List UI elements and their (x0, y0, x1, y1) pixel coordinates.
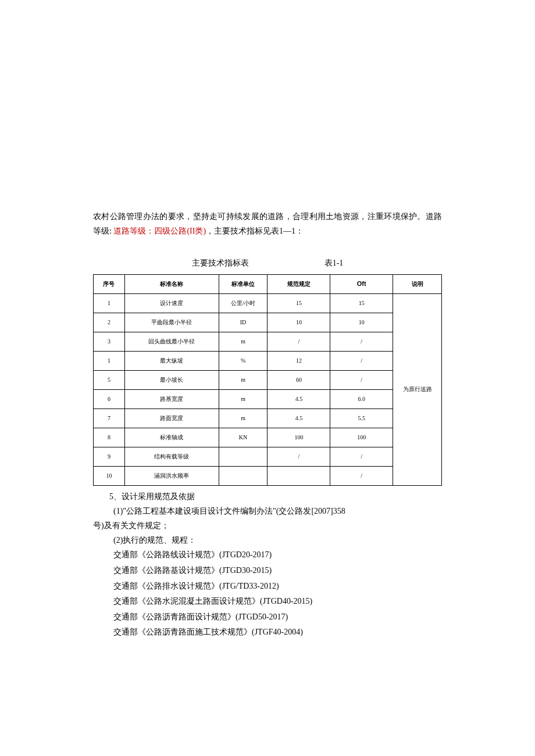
cell-oft: 15 (330, 293, 393, 313)
spec-item: 交通部《公路路线设计规范》(JTGD20-2017) (113, 547, 442, 563)
cell-seq: 1 (94, 351, 125, 370)
table-number: 表1-1 (324, 256, 344, 270)
cell-unit: KN (219, 428, 268, 447)
table-row: 7 路面宽度 m 4.5 5.5 (94, 409, 442, 428)
cell-unit (219, 447, 268, 466)
spec-table: 序号 标准名称 标准单位 规范规定 Oft 说明 1 设计速度 公里/小时 15… (93, 274, 442, 486)
cell-unit: % (219, 351, 268, 370)
cell-note-merged: 为原行送路 (393, 293, 442, 485)
cell-spec: 15 (268, 293, 330, 313)
cell-seq: 6 (94, 389, 125, 409)
cell-seq: 3 (94, 332, 125, 351)
cell-name: 最小坡长 (124, 370, 219, 389)
cell-unit: m (219, 332, 268, 351)
cell-oft: 10 (330, 313, 393, 332)
cell-seq: 5 (94, 370, 125, 389)
section-5-item1-line1: (1)"公路工程基本建设项目设计文件编制办法"(交公路发[2007]358 (93, 504, 442, 518)
cell-oft: / (330, 370, 393, 389)
cell-unit: ID (219, 313, 268, 332)
section-5-item2: (2)执行的规范、规程： (93, 533, 442, 547)
th-unit: 标准单位 (219, 274, 268, 293)
cell-spec: 12 (268, 351, 330, 370)
cell-oft: / (330, 332, 393, 351)
cell-spec: 4.5 (268, 389, 330, 409)
intro-red-text: 道路等级：四级公路(II类) (113, 227, 206, 235)
cell-unit: m (219, 370, 268, 389)
th-name: 标准名称 (124, 274, 219, 293)
cell-unit: 公里/小时 (219, 293, 268, 313)
cell-unit (219, 466, 268, 485)
table-row: 1 设计速度 公里/小时 15 15 为原行送路 (94, 293, 442, 313)
cell-name: 设计速度 (124, 293, 219, 313)
cell-oft: 6.0 (330, 389, 393, 409)
table-title-row: 主要技术指标表 表1-1 (93, 256, 442, 270)
cell-name: 路基宽度 (124, 389, 219, 409)
spec-list: 交通部《公路路线设计规范》(JTGD20-2017) 交通部《公路路基设计规范》… (93, 547, 442, 640)
cell-spec: / (268, 332, 330, 351)
cell-spec (268, 466, 330, 485)
th-note: 说明 (393, 274, 442, 293)
table-row: 6 路基宽度 m 4.5 6.0 (94, 389, 442, 409)
table-row: 10 涵洞洪水频率 / (94, 466, 442, 485)
cell-oft: / (330, 466, 393, 485)
table-title: 主要技术指标表 (192, 256, 249, 270)
th-seq: 序号 (94, 274, 125, 293)
cell-seq: 10 (94, 466, 125, 485)
cell-seq: 7 (94, 409, 125, 428)
cell-oft: / (330, 447, 393, 466)
cell-seq: 1 (94, 293, 125, 313)
table-row: 3 回头曲线最小半径 m / / (94, 332, 442, 351)
cell-spec: 10 (268, 313, 330, 332)
cell-name: 平曲段最小半径 (124, 313, 219, 332)
cell-oft: 5.5 (330, 409, 393, 428)
cell-name: 涵洞洪水频率 (124, 466, 219, 485)
cell-unit: m (219, 389, 268, 409)
cell-name: 路面宽度 (124, 409, 219, 428)
spec-item: 交通部《公路水泥混凝土路面设计规范》(JTGD40-2015) (113, 594, 442, 610)
cell-seq: 9 (94, 447, 125, 466)
cell-oft: 100 (330, 428, 393, 447)
table-header-row: 序号 标准名称 标准单位 规范规定 Oft 说明 (94, 274, 442, 293)
table-row: 5 最小坡长 m 60 / (94, 370, 442, 389)
intro-part2: ，主要技术指标见表1—1： (206, 227, 304, 235)
section-5-item1-line2: 号)及有关文件规定； (93, 518, 442, 533)
table-row: 2 平曲段最小半径 ID 10 10 (94, 313, 442, 332)
spec-item: 交通部《公路路基设计规范》(JTGD30-2015) (113, 563, 442, 579)
cell-seq: 8 (94, 428, 125, 447)
cell-name: 结构有载等级 (124, 447, 219, 466)
cell-name: 标准轴成 (124, 428, 219, 447)
cell-name: 最大纵坡 (124, 351, 219, 370)
th-oft: Oft (330, 274, 393, 293)
cell-spec: / (268, 447, 330, 466)
spec-item: 交通部《公路沥青路面设计规范》(JTGD50-2017) (113, 610, 442, 625)
table-row: 8 标准轴成 KN 100 100 (94, 428, 442, 447)
intro-paragraph: 农村公路管理办法的要求，坚持走可持续发展的道路，合理利用土地资源，注重环境保护。… (93, 209, 442, 238)
section-5-title: 5、设计采用规范及依据 (93, 489, 442, 504)
cell-oft: / (330, 351, 393, 370)
cell-spec: 4.5 (268, 409, 330, 428)
cell-name: 回头曲线最小半径 (124, 332, 219, 351)
cell-seq: 2 (94, 313, 125, 332)
table-row: 9 结构有载等级 / / (94, 447, 442, 466)
table-row: 1 最大纵坡 % 12 / (94, 351, 442, 370)
th-spec: 规范规定 (268, 274, 330, 293)
cell-spec: 100 (268, 428, 330, 447)
spec-item: 交通部《公路沥青路面施工技术规范》(JTGF40-2004) (113, 625, 442, 640)
spec-item: 交通部《公路排水设计规范》(JTG/TD33-2012) (113, 579, 442, 594)
cell-unit: m (219, 409, 268, 428)
cell-spec: 60 (268, 370, 330, 389)
